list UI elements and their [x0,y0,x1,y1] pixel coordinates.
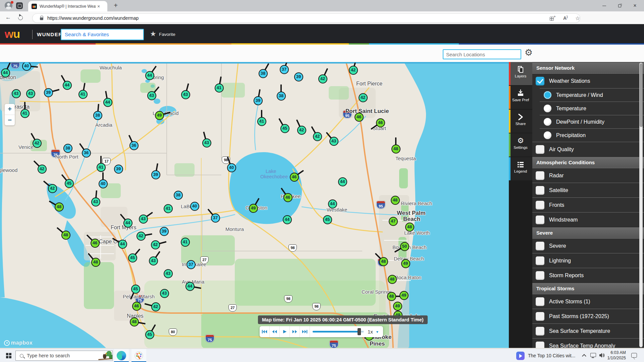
search-favorites-input[interactable] [61,29,144,40]
station-marker[interactable]: 40 [99,179,108,188]
news-widget-headline[interactable]: The Top 10 Cities wit... [528,353,575,358]
station-marker[interactable]: 42 [359,93,368,102]
station-marker[interactable]: 50 [400,242,409,251]
news-widget-icon[interactable] [516,352,525,360]
station-marker[interactable]: 41 [97,163,106,172]
layer-row-air-quality[interactable]: Air Quality [532,142,644,157]
station-marker[interactable]: 48 [391,144,400,154]
station-marker[interactable]: 37 [280,65,289,74]
station-marker[interactable]: 39 [151,170,160,179]
station-marker[interactable]: 44 [63,81,72,90]
layer-row-radar[interactable]: Radar [532,168,644,183]
station-marker[interactable]: 46 [355,113,364,122]
station-marker[interactable]: 38 [259,69,268,78]
layer-row-fronts[interactable]: Fronts [532,197,644,212]
station-marker[interactable]: 43 [139,215,148,224]
split-screen-icon[interactable] [550,17,554,21]
checkbox-icon[interactable] [536,342,544,348]
side-tab-save-pref[interactable]: Save Pref [509,86,532,109]
station-marker[interactable]: 46 [290,173,299,182]
checkbox-icon[interactable] [536,271,544,280]
time-slider-track[interactable] [313,331,364,333]
station-marker[interactable]: 42 [48,184,57,193]
radio-row-temperature[interactable]: Temperature [540,102,644,115]
start-button[interactable] [6,353,11,358]
station-marker[interactable]: 42 [349,66,358,75]
radio-selected-icon[interactable] [544,91,551,99]
radio-row-precipitation[interactable]: Precipitation [540,128,644,142]
checkbox-icon[interactable] [536,171,544,180]
station-marker[interactable]: 47 [389,217,398,226]
station-marker[interactable]: 43 [12,89,21,98]
favorite-page-icon[interactable]: ☆ [575,15,580,21]
playback-speed-label[interactable]: 1x [368,329,373,335]
layer-row-active-storms-1-[interactable]: Active Storms (1) [532,294,644,309]
station-marker[interactable]: 43 [91,197,100,206]
station-marker[interactable]: 38 [93,111,102,120]
layer-row-sea-surface-temperature[interactable]: Sea Surface Temperature [532,323,644,338]
station-marker[interactable]: 44 [123,219,132,228]
station-marker[interactable]: 44 [328,199,337,208]
station-marker[interactable]: 49 [155,111,164,120]
network-icon[interactable] [590,353,596,357]
station-marker[interactable]: 41 [257,117,266,126]
search-locations-input[interactable] [443,49,521,59]
search-highlight-eagle-image[interactable] [98,351,112,361]
station-marker[interactable]: 39 [44,88,53,97]
station-marker[interactable]: 44 [338,177,347,186]
read-aloud-icon[interactable]: A) [563,15,568,21]
station-marker[interactable]: 42 [297,126,306,135]
taskbar-edge-button[interactable] [114,349,129,362]
checkbox-icon[interactable] [536,327,544,336]
notification-center-icon[interactable] [631,353,637,358]
side-tab-share[interactable]: Share [509,110,532,133]
station-marker[interactable]: 45 [65,179,74,188]
station-marker[interactable]: 42 [151,302,160,311]
wu-logo[interactable]: wu [5,27,20,41]
back-button[interactable]: ← [5,14,11,21]
station-marker[interactable]: 43 [202,138,211,147]
window-minimize-button[interactable] [596,0,612,11]
layer-row-lightning[interactable]: Lightning [532,253,644,268]
station-marker[interactable]: 43 [147,91,156,100]
station-marker[interactable]: 42 [137,232,146,241]
station-marker[interactable]: 41 [164,204,173,213]
station-marker[interactable]: 43 [149,256,158,265]
station-marker[interactable]: 43 [329,137,338,146]
station-marker[interactable]: 48 [130,317,139,326]
radio-icon[interactable] [544,118,551,126]
fast-forward-button[interactable] [290,326,300,337]
station-marker[interactable]: 49 [249,204,258,213]
browser-tab[interactable]: WunderMap® | Interactive Weath × [28,1,107,11]
panel-scrollbar-thumb[interactable] [640,63,643,127]
station-marker[interactable]: 48 [379,257,388,266]
station-marker[interactable]: 42 [33,139,42,148]
layer-row-weather-stations[interactable]: Weather Stations [532,73,644,88]
radio-icon[interactable] [544,131,551,139]
station-marker[interactable]: 37 [186,260,196,269]
checkbox-icon[interactable] [536,312,544,321]
new-tab-button[interactable]: + [111,1,120,10]
station-marker[interactable]: 40 [227,163,236,172]
weather-map[interactable]: 7575757575959595179898989827278041 Brade… [0,62,509,348]
station-marker[interactable]: 48 [61,231,70,240]
station-marker[interactable]: 44 [185,282,195,291]
time-slider-handle[interactable] [358,328,361,335]
station-marker[interactable]: 39 [254,96,263,105]
radio-icon[interactable] [544,105,551,112]
rewind-button[interactable] [270,326,280,337]
radio-row-temperature-wind[interactable]: Temperature / Wind [540,88,644,102]
address-bar[interactable]: https://www.wunderground.com/wundermap A… [32,13,580,23]
checkbox-icon[interactable] [536,242,544,250]
layer-row-past-storms-1972-2025-[interactable]: Past Storms (1972-2025) [532,309,644,323]
station-marker[interactable]: 45 [280,124,289,133]
station-marker[interactable]: 49 [393,302,402,311]
side-tab-settings[interactable]: ⚙Settings [509,133,532,157]
station-marker[interactable]: 39 [160,227,169,236]
tray-chevron-icon[interactable] [582,354,586,358]
station-marker[interactable]: 36 [129,141,139,150]
favorite-star-icon[interactable]: ★ [150,30,156,38]
play-button[interactable] [280,326,290,337]
station-marker[interactable]: 45 [131,285,140,294]
volume-icon[interactable] [599,353,605,358]
